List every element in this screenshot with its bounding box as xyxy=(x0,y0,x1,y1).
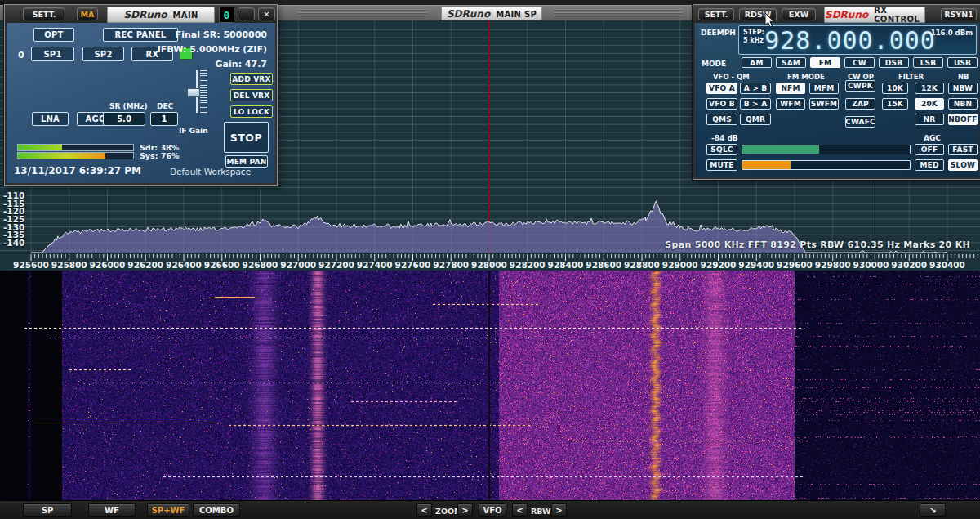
vrx-index-label: 0 xyxy=(18,50,24,60)
del-vrx-button[interactable]: DEL VRX xyxy=(230,89,273,101)
agc-slow-button[interactable]: SLOW xyxy=(948,159,978,171)
b-to-a-button[interactable]: B > A xyxy=(740,98,771,110)
rx-titlebar[interactable]: SETT. RDSW EXW SDRuno RX CONTROL RSYN1 xyxy=(693,5,980,23)
sp-wf-view-button[interactable]: SP+WF xyxy=(147,503,189,517)
close-button[interactable]: ✕ xyxy=(258,7,275,20)
minimize-button[interactable]: _ xyxy=(238,7,255,20)
titlebar-grip-right xyxy=(554,9,683,18)
workspace-label: Default Workspace xyxy=(170,167,251,177)
waterfall-display[interactable] xyxy=(0,271,980,500)
mfm-button[interactable]: MFM xyxy=(809,83,839,94)
sr-field[interactable]: 5.0 xyxy=(103,112,145,126)
frequency-tick-label: 927000 xyxy=(280,260,316,270)
vfo-a-button[interactable]: VFO A xyxy=(706,83,737,94)
sqlc-button[interactable]: SQLC xyxy=(706,144,737,155)
rsyn1-button[interactable]: RSYN1 xyxy=(941,8,977,20)
mouse-cursor xyxy=(764,13,776,29)
mute-button[interactable]: MUTE xyxy=(706,159,737,171)
sdr-load-meter xyxy=(17,144,134,151)
qms-button[interactable]: QMS xyxy=(706,114,737,125)
combo-view-button[interactable]: COMBO xyxy=(193,503,240,517)
vfo-b-button[interactable]: VFO B xyxy=(706,98,737,110)
nfm-button[interactable]: NFM xyxy=(776,83,805,94)
rec-panel-button[interactable]: REC PANEL xyxy=(103,28,178,42)
rx-control-window[interactable]: SETT. RDSW EXW SDRuno RX CONTROL RSYN1 D… xyxy=(693,4,980,180)
frequency-tick-label: 928400 xyxy=(548,260,584,270)
sp1-button[interactable]: SP1 xyxy=(31,47,74,61)
mode-cw-button[interactable]: CW xyxy=(844,57,875,68)
swfm-button[interactable]: SWFM xyxy=(809,98,839,110)
step-value: 5 kHz xyxy=(743,37,764,44)
frequency-tick-label: 927400 xyxy=(357,260,393,270)
frequency-tick-label: 926400 xyxy=(166,260,202,270)
sp-view-button[interactable]: SP xyxy=(23,503,72,517)
main-sp-title-label: MAIN SP xyxy=(496,10,537,19)
frequency-tick-label: 926600 xyxy=(204,260,240,270)
mem-pan-button[interactable]: MEM PAN xyxy=(225,155,268,168)
wfm-button[interactable]: WFM xyxy=(776,98,805,110)
filter-12k-button[interactable]: 12K xyxy=(915,83,944,94)
mode-fm-button[interactable]: FM xyxy=(810,57,840,68)
frequency-tick-label: 925800 xyxy=(51,260,87,270)
frequency-tick-label: 930200 xyxy=(891,260,927,270)
rx-sett-button[interactable]: SETT. xyxy=(698,8,734,20)
a-to-b-button[interactable]: A > B xyxy=(740,83,771,94)
if-gain-slider-scale xyxy=(200,70,207,113)
filter-10k-button[interactable]: 10K xyxy=(882,83,908,94)
mode-am-button[interactable]: AM xyxy=(742,57,772,68)
vrx-count-led: 0 xyxy=(219,7,234,23)
lo-lock-button[interactable]: LO LOCK xyxy=(230,105,273,118)
nr-button[interactable]: NR xyxy=(915,114,944,125)
main-window-content: OPT REC PANEL 0 SP1 SP2 RX Final SR: 500… xyxy=(7,23,275,183)
span-status-text: Span 5000 KHz FFT 8192 Pts RBW 610.35 Hz… xyxy=(665,239,970,250)
mode-usb-button[interactable]: USB xyxy=(947,57,978,68)
vfo-button[interactable]: VFO xyxy=(479,503,506,517)
nbn-button[interactable]: NBN xyxy=(948,98,978,110)
rbw-increase-button[interactable]: > xyxy=(551,503,567,517)
mode-sam-button[interactable]: SAM xyxy=(776,57,806,68)
cwpk-button[interactable]: CWPK xyxy=(845,80,875,92)
sdruno-app: SDRuno MAIN SP -110-115-120-125-130-135-… xyxy=(0,0,980,519)
rx-title-label: RX CONTROL xyxy=(874,6,924,24)
opt-button[interactable]: OPT xyxy=(33,28,74,42)
rx-window-title: SDRuno RX CONTROL xyxy=(824,7,925,23)
db-tick-label: -140 xyxy=(3,238,24,248)
frequency-tick-label: 926800 xyxy=(243,260,278,270)
wf-view-button[interactable]: WF xyxy=(88,503,136,517)
main-sett-button[interactable]: SETT. xyxy=(23,7,65,20)
agc-off-button[interactable]: OFF xyxy=(915,144,944,155)
qmr-button[interactable]: QMR xyxy=(740,114,771,125)
zap-button[interactable]: ZAP xyxy=(845,98,875,110)
lna-button[interactable]: LNA xyxy=(32,112,69,126)
mode-lsb-button[interactable]: LSB xyxy=(913,57,943,68)
sdruno-logo: SDRuno xyxy=(123,9,167,20)
agc-med-button[interactable]: MED xyxy=(915,159,944,171)
nboff-button[interactable]: NBOFF xyxy=(948,114,978,125)
volume-level-meter[interactable] xyxy=(742,160,911,170)
cwafc-button[interactable]: CWAFC xyxy=(845,116,875,128)
main-ma-button[interactable]: MA xyxy=(77,7,98,20)
if-gain-slider-handle[interactable] xyxy=(187,88,200,97)
datetime-label: 13/11/2017 6:39:27 PM xyxy=(14,165,141,177)
nbw-button[interactable]: NBW xyxy=(948,83,978,94)
filter-15k-button[interactable]: 15K xyxy=(882,98,908,110)
main-window-titlebar[interactable]: SETT. MA SDRuno MAIN 0 _ ✕ xyxy=(5,5,277,23)
zoom-in-button[interactable]: > xyxy=(457,503,473,517)
frequency-display[interactable]: STEP: 5 kHz 928.000.000 -116.0 dBm xyxy=(738,25,977,55)
squelch-level-meter[interactable] xyxy=(742,145,911,154)
sp2-button[interactable]: SP2 xyxy=(82,47,124,61)
frequency-tick-label: 929000 xyxy=(662,260,698,270)
add-vrx-button[interactable]: ADD VRX xyxy=(230,73,273,85)
filter-20k-button[interactable]: 20K xyxy=(915,98,944,110)
exw-button[interactable]: EXW xyxy=(782,8,816,20)
frequency-value[interactable]: 928.000.000 xyxy=(782,26,919,54)
zoom-out-button[interactable]: < xyxy=(416,503,432,517)
dec-field[interactable]: 1 xyxy=(150,112,178,126)
stop-button[interactable]: STOP xyxy=(224,122,269,153)
resize-arrow-button[interactable]: ↘ xyxy=(920,503,946,517)
agc-fast-button[interactable]: FAST xyxy=(948,144,978,155)
main-window[interactable]: SETT. MA SDRuno MAIN 0 _ ✕ OPT REC PANEL… xyxy=(4,4,278,186)
rbw-decrease-button[interactable]: < xyxy=(512,503,528,517)
frequency-tick-label: 929400 xyxy=(738,260,774,270)
mode-dsb-button[interactable]: DSB xyxy=(879,57,909,68)
